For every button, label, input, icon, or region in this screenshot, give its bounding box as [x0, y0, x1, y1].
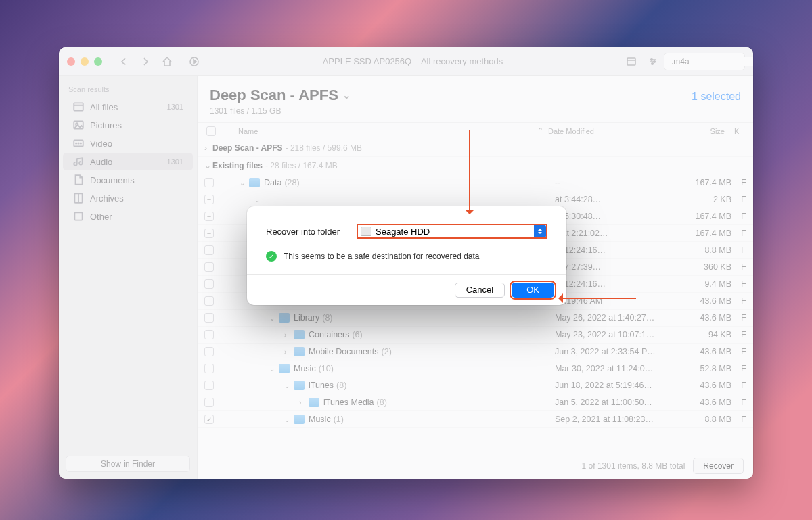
table-row[interactable]: ›Mobile Documents(2)Jun 3, 2022 at 2:33:… — [198, 344, 753, 360]
table-row[interactable]: ›Containers(6)May 23, 2022 at 10:07:1…94… — [198, 327, 753, 344]
row-size: 43.6 MB — [683, 398, 741, 407]
filter-button[interactable] — [644, 52, 662, 71]
table-row[interactable]: ⌄Data(28)--167.4 MBF — [198, 174, 753, 191]
column-name[interactable]: Name — [225, 127, 537, 135]
cancel-button[interactable]: Cancel — [455, 283, 505, 298]
minimize-icon[interactable] — [81, 57, 89, 66]
chevron-updown-icon — [534, 225, 546, 237]
home-button[interactable] — [158, 52, 177, 71]
sidebar-item-all-files[interactable]: All files1301 — [63, 98, 193, 116]
sort-icon[interactable]: ⌃ — [537, 126, 548, 135]
toolbar: APPLE SSD AP0256Q – All recovery methods… — [59, 47, 753, 76]
row-count: (8) — [377, 398, 387, 407]
forward-button[interactable] — [136, 52, 155, 71]
view-button[interactable] — [622, 52, 641, 71]
row-date: May 26, 2022 at 1:40:27… — [555, 313, 683, 323]
page-title: Deep Scan - APFS⌄ — [210, 87, 351, 104]
row-checkbox[interactable] — [204, 279, 214, 289]
video-icon — [72, 138, 85, 149]
back-button[interactable] — [114, 52, 133, 71]
folder-icon — [294, 381, 304, 390]
destination-select[interactable]: Seagate HDD — [357, 224, 547, 239]
row-checkbox[interactable] — [204, 245, 214, 255]
disclosure-icon: › — [204, 143, 212, 153]
sidebar-header: Scan results — [59, 85, 197, 97]
check-circle-icon: ✓ — [266, 251, 277, 262]
ok-button[interactable]: OK — [512, 283, 554, 298]
row-checkbox[interactable] — [204, 212, 214, 221]
svg-point-10 — [76, 143, 76, 143]
recover-dialog: Recover into folder Seagate HDD ✓ This s… — [247, 206, 566, 305]
row-checkbox[interactable] — [204, 364, 214, 373]
destination-info: This seems to be a safe destination for … — [284, 252, 480, 261]
sidebar-item-label: Audio — [90, 157, 112, 167]
row-checkbox[interactable] — [204, 313, 214, 323]
column-kind[interactable]: K — [734, 127, 746, 135]
column-checkbox[interactable] — [198, 126, 225, 136]
row-checkbox[interactable] — [204, 347, 214, 356]
disclosure-icon: ⌄ — [204, 161, 212, 170]
row-date: at 7:27:39… — [555, 262, 683, 272]
row-size: 43.6 MB — [683, 347, 741, 356]
sidebar-item-label: Documents — [90, 175, 135, 185]
table-row[interactable]: ⌄Music(1)Sep 2, 2021 at 11:08:23…8.8 MBF — [198, 411, 753, 428]
group-header[interactable]: ⌄ Existing files - 28 files / 167.4 MB — [198, 157, 753, 174]
row-size: 94 KB — [683, 330, 741, 339]
recover-button[interactable]: Recover — [693, 458, 744, 474]
sidebar: Scan results All files1301PicturesVideoA… — [59, 76, 198, 479]
table-row[interactable]: ›iTunes Media(8)Jan 5, 2022 at 11:00:50…… — [198, 394, 753, 411]
row-name: Music — [294, 364, 316, 373]
row-checkbox[interactable] — [204, 296, 214, 306]
svg-point-11 — [78, 143, 78, 143]
folder-icon — [279, 364, 290, 373]
sidebar-item-documents[interactable]: Documents — [63, 171, 193, 189]
sidebar-item-audio[interactable]: Audio1301 — [63, 153, 193, 170]
search-input[interactable] — [671, 57, 753, 66]
row-kind: F — [741, 415, 753, 424]
row-checkbox[interactable] — [204, 398, 214, 407]
row-kind: F — [741, 229, 753, 238]
row-kind: F — [741, 262, 753, 272]
table-row[interactable]: ⌄iTunes(8)Jun 18, 2022 at 5:19:46…43.6 M… — [198, 377, 753, 394]
table-row[interactable]: ⌄Music(10)Mar 30, 2022 at 11:24:0…52.8 M… — [198, 360, 753, 377]
table-row[interactable]: ⌄Library(8)May 26, 2022 at 1:40:27…43.6 … — [198, 310, 753, 327]
row-checkbox[interactable] — [204, 178, 214, 187]
search-field[interactable]: ✕ — [664, 53, 745, 70]
play-button[interactable] — [185, 52, 204, 71]
row-count: (1) — [334, 415, 344, 424]
row-size: 2 KB — [683, 195, 741, 204]
row-date: Jun 3, 2022 at 2:33:54 P… — [555, 347, 683, 356]
row-kind: F — [741, 398, 753, 407]
zoom-icon[interactable] — [94, 57, 102, 66]
row-checkbox[interactable] — [204, 415, 214, 424]
group-header[interactable]: › Deep Scan - APFS - 218 files / 599.6 M… — [198, 139, 753, 157]
row-checkbox[interactable] — [204, 195, 214, 204]
row-kind: F — [741, 212, 753, 221]
row-checkbox[interactable] — [204, 330, 214, 339]
row-kind: F — [741, 364, 753, 373]
sidebar-item-other[interactable]: Other — [63, 208, 193, 225]
row-date: at 12:24:16… — [555, 279, 683, 289]
svg-rect-6 — [74, 103, 83, 110]
chevron-down-icon[interactable]: ⌄ — [342, 89, 351, 101]
row-name: Containers — [309, 330, 349, 339]
disclosure-icon: ⌄ — [284, 382, 292, 389]
sidebar-item-pictures[interactable]: Pictures — [63, 116, 193, 134]
folder-icon — [249, 178, 260, 187]
row-size: 8.8 MB — [683, 245, 741, 255]
drive-icon — [361, 227, 371, 236]
row-count: (28) — [284, 178, 299, 187]
close-icon[interactable] — [67, 57, 75, 66]
row-date: Mar 30, 2022 at 11:24:0… — [555, 364, 683, 373]
show-in-finder-button[interactable]: Show in Finder — [66, 456, 190, 472]
disclosure-icon: ⌄ — [269, 314, 277, 322]
column-date[interactable]: Date Modified — [548, 127, 677, 135]
column-size[interactable]: Size — [677, 127, 734, 135]
sidebar-item-archives[interactable]: Archives — [63, 189, 193, 207]
sidebar-item-video[interactable]: Video — [63, 135, 193, 152]
annotation-arrowhead-left-icon — [554, 293, 563, 303]
row-checkbox[interactable] — [204, 229, 214, 238]
row-count: (8) — [322, 313, 332, 323]
row-checkbox[interactable] — [204, 381, 214, 390]
row-checkbox[interactable] — [204, 262, 214, 272]
